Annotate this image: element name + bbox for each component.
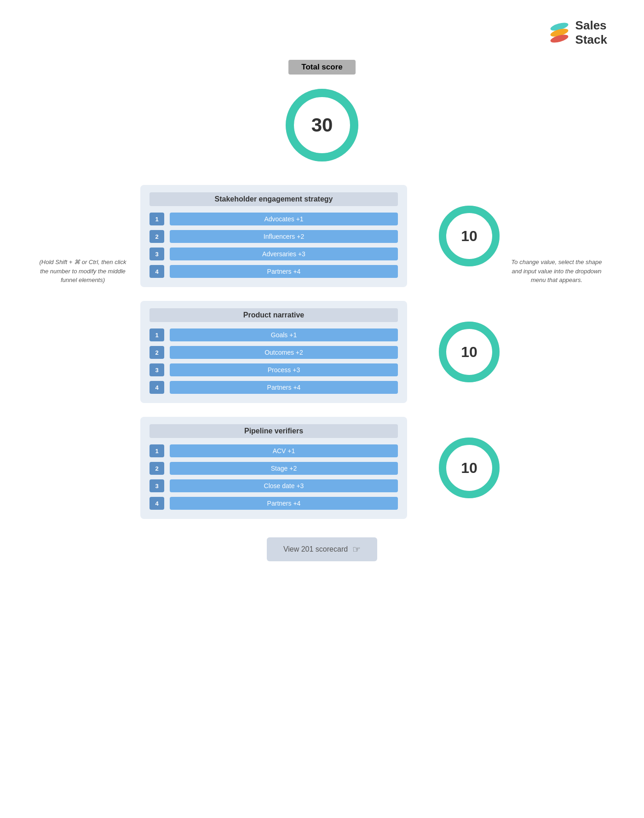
list-item: 4Partners +4 [150, 265, 398, 278]
logo-icon [548, 21, 571, 44]
section-items-0: 1Advocates +12Influencers +23Adversaries… [150, 213, 398, 278]
item-number-2-1[interactable]: 2 [150, 462, 164, 475]
list-item: 3Close date +3 [150, 479, 398, 492]
item-label-2-0[interactable]: ACV +1 [170, 444, 398, 457]
item-label-0-3[interactable]: Partners +4 [170, 265, 398, 278]
item-number-2-3[interactable]: 4 [150, 497, 164, 510]
total-score-label: Total score [288, 60, 355, 75]
section-card-2: Pipeline verifiers1ACV +12Stage +23Close… [140, 417, 407, 519]
item-label-2-2[interactable]: Close date +3 [170, 479, 398, 492]
list-item: 4Partners +4 [150, 381, 398, 394]
section-card-0: Stakeholder engagement strategy1Advocate… [140, 185, 407, 287]
item-number-1-2[interactable]: 3 [150, 363, 164, 376]
item-label-1-0[interactable]: Goals +1 [170, 328, 398, 341]
list-item: 1ACV +1 [150, 444, 398, 457]
section-items-1: 1Goals +12Outcomes +23Process +34Partner… [150, 328, 398, 394]
section-row-2: Pipeline verifiers1ACV +12Stage +23Close… [0, 417, 644, 519]
section-title-2: Pipeline verifiers [150, 424, 398, 438]
item-label-1-1[interactable]: Outcomes +2 [170, 346, 398, 359]
section-title-0: Stakeholder engagement strategy [150, 192, 398, 206]
section-score-value-2: 10 [461, 460, 477, 477]
main-content: Total score 30 (Hold Shift + ⌘ or Ctrl, … [0, 0, 644, 589]
section-score-donut-2: 10 [435, 433, 504, 502]
item-label-0-0[interactable]: Advocates +1 [170, 213, 398, 225]
list-item: 2Influencers +2 [150, 230, 398, 243]
list-item: 2Outcomes +2 [150, 346, 398, 359]
item-label-0-1[interactable]: Influencers +2 [170, 230, 398, 243]
item-number-0-1[interactable]: 2 [150, 230, 164, 243]
sections-container: Stakeholder engagement strategy1Advocate… [0, 185, 644, 519]
item-label-1-3[interactable]: Partners +4 [170, 381, 398, 394]
item-number-0-3[interactable]: 4 [150, 265, 164, 278]
item-number-1-3[interactable]: 4 [150, 381, 164, 394]
section-score-value-1: 10 [461, 344, 477, 361]
item-label-1-2[interactable]: Process +3 [170, 363, 398, 376]
hint-right: To change value, select the shape and in… [506, 258, 607, 285]
item-number-2-0[interactable]: 1 [150, 444, 164, 457]
total-score-value: 30 [311, 114, 333, 136]
cursor-icon: ☞ [352, 544, 361, 555]
list-item: 3Process +3 [150, 363, 398, 376]
list-item: 2Stage +2 [150, 462, 398, 475]
view-scorecard-button[interactable]: View 201 scorecard ☞ [267, 537, 377, 561]
item-label-0-2[interactable]: Adversaries +3 [170, 248, 398, 260]
item-number-2-2[interactable]: 3 [150, 479, 164, 492]
list-item: 1Advocates +1 [150, 213, 398, 225]
section-card-1: Product narrative1Goals +12Outcomes +23P… [140, 301, 407, 403]
section-score-donut-0: 10 [435, 202, 504, 271]
section-score-value-0: 10 [461, 228, 477, 245]
item-number-1-0[interactable]: 1 [150, 328, 164, 341]
item-label-2-1[interactable]: Stage +2 [170, 462, 398, 475]
item-number-0-0[interactable]: 1 [150, 213, 164, 225]
list-item: 3Adversaries +3 [150, 248, 398, 260]
total-score-donut: 30 [281, 84, 363, 167]
list-item: 4Partners +4 [150, 497, 398, 510]
section-items-2: 1ACV +12Stage +23Close date +34Partners … [150, 444, 398, 510]
hint-left: (Hold Shift + ⌘ or Ctrl, then click the … [37, 258, 129, 285]
list-item: 1Goals +1 [150, 328, 398, 341]
logo-area: Sales Stack [548, 18, 607, 47]
section-score-donut-1: 10 [435, 317, 504, 386]
item-number-1-1[interactable]: 2 [150, 346, 164, 359]
view-scorecard-label: View 201 scorecard [283, 545, 348, 553]
section-title-1: Product narrative [150, 308, 398, 322]
item-label-2-3[interactable]: Partners +4 [170, 497, 398, 510]
logo-text: Sales Stack [575, 18, 607, 47]
item-number-0-2[interactable]: 3 [150, 248, 164, 260]
section-row-1: Product narrative1Goals +12Outcomes +23P… [0, 301, 644, 403]
